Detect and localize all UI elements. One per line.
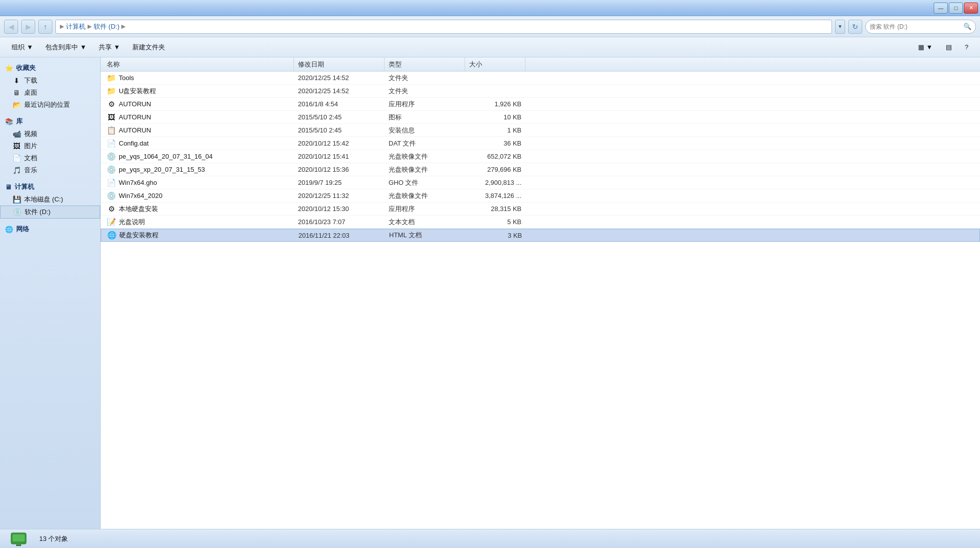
file-type-icon: 📋 — [107, 126, 116, 135]
table-row[interactable]: ⚙ AUTORUN 2016/1/8 4:54 应用程序 1,926 KB — [101, 98, 980, 111]
table-row[interactable]: ⚙ 本地硬盘安装 2020/10/12 15:30 应用程序 28,315 KB — [101, 202, 980, 216]
file-type-icon: 💿 — [107, 165, 116, 174]
file-date: 2015/5/10 2:45 — [294, 113, 385, 121]
file-name: 📁 Tools — [103, 74, 294, 83]
file-size: 3 KB — [466, 232, 526, 239]
table-row[interactable]: 📝 光盘说明 2016/10/23 7:07 文本文档 5 KB — [101, 216, 980, 229]
file-type-icon: 💿 — [107, 152, 116, 161]
help-icon: ? — [965, 43, 968, 51]
view-toggle-button[interactable]: ▦ ▼ — [913, 40, 938, 55]
preview-button[interactable]: ▤ — [940, 40, 957, 55]
back-button[interactable]: ◀ — [4, 20, 18, 34]
sidebar-header-favorites[interactable]: ⭐ 收藏夹 — [0, 61, 100, 75]
library-icon: 📚 — [5, 118, 13, 125]
status-icon — [8, 530, 29, 547]
include-library-arrow: ▼ — [80, 43, 87, 51]
table-row[interactable]: 🌐 硬盘安装教程 2016/11/21 22:03 HTML 文档 3 KB — [101, 229, 980, 242]
share-button[interactable]: 共享 ▼ — [93, 40, 126, 55]
maximize-button[interactable]: □ — [949, 3, 963, 14]
organize-button[interactable]: 组织 ▼ — [6, 40, 39, 55]
col-header-type[interactable]: 类型 — [385, 57, 465, 71]
music-label: 音乐 — [24, 166, 37, 175]
up-button[interactable]: ↑ — [38, 20, 52, 34]
breadcrumb-drive[interactable]: 软件 (D:) — [94, 22, 119, 31]
include-library-label: 包含到库中 — [45, 43, 78, 52]
table-row[interactable]: 💿 pe_yqs_xp_20_07_31_15_53 2020/10/12 15… — [101, 163, 980, 176]
address-bar: ◀ ▶ ↑ ▶ 计算机 ▶ 软件 (D:) ▶ ▼ ↻ 🔍 — [0, 16, 980, 37]
share-label: 共享 — [99, 43, 112, 52]
title-bar: — □ ✕ — [0, 0, 980, 16]
file-type: 图标 — [385, 113, 465, 122]
file-size: 5 KB — [465, 218, 525, 226]
table-row[interactable]: 📁 Tools 2020/12/25 14:52 文件夹 — [101, 72, 980, 85]
file-type: 应用程序 — [385, 100, 465, 109]
table-row[interactable]: 📄 Win7x64.gho 2019/9/7 19:25 GHO 文件 2,90… — [101, 176, 980, 189]
music-icon: 🎵 — [12, 166, 21, 175]
file-size: 652,072 KB — [465, 153, 525, 160]
view-icon: ▦ — [918, 43, 924, 51]
file-name: 💿 pe_yqs_1064_20_07_31_16_04 — [103, 152, 294, 161]
svg-rect-1 — [13, 534, 25, 541]
file-date: 2016/11/21 22:03 — [294, 232, 385, 239]
sidebar-item-pictures[interactable]: 🖼 图片 — [0, 140, 100, 152]
close-button[interactable]: ✕ — [964, 3, 978, 14]
sidebar-item-music[interactable]: 🎵 音乐 — [0, 164, 100, 176]
sidebar-item-drive-c[interactable]: 💾 本地磁盘 (C:) — [0, 193, 100, 206]
status-text: 13 个对象 — [39, 534, 68, 543]
col-name-label: 名称 — [107, 60, 120, 69]
col-header-size[interactable]: 大小 — [465, 57, 525, 71]
pictures-icon: 🖼 — [12, 142, 21, 151]
sidebar-item-downloads[interactable]: ⬇ 下载 — [0, 75, 100, 87]
table-row[interactable]: 💿 Win7x64_2020 2020/12/25 11:32 光盘映像文件 3… — [101, 189, 980, 202]
file-type-icon: 📄 — [107, 139, 116, 148]
table-row[interactable]: 📁 U盘安装教程 2020/12/25 14:52 文件夹 — [101, 85, 980, 98]
file-list-body: 📁 Tools 2020/12/25 14:52 文件夹 📁 U盘安装教程 20… — [101, 72, 980, 529]
table-row[interactable]: 💿 pe_yqs_1064_20_07_31_16_04 2020/10/12 … — [101, 150, 980, 163]
table-row[interactable]: 🖼 AUTORUN 2015/5/10 2:45 图标 10 KB — [101, 111, 980, 124]
file-name-text: 硬盘安装教程 — [119, 231, 159, 240]
sidebar-item-drive-d[interactable]: 💿 软件 (D:) — [0, 206, 100, 219]
minimize-button[interactable]: — — [934, 3, 948, 14]
file-type: 文件夹 — [385, 87, 465, 96]
file-name: 📄 Config.dat — [103, 139, 294, 148]
file-date: 2016/10/23 7:07 — [294, 218, 385, 226]
documents-label: 文档 — [24, 154, 37, 163]
file-name-text: 本地硬盘安装 — [119, 204, 158, 214]
breadcrumb-dropdown[interactable]: ▼ — [835, 20, 845, 34]
sidebar-header-computer[interactable]: 🖥 计算机 — [0, 180, 100, 193]
sidebar-header-network[interactable]: 🌐 网络 — [0, 223, 100, 236]
refresh-button[interactable]: ↻ — [848, 20, 862, 34]
file-name: 📝 光盘说明 — [103, 218, 294, 227]
sidebar-item-desktop[interactable]: 🖥 桌面 — [0, 87, 100, 99]
file-name-text: Win7x64_2020 — [119, 192, 163, 199]
view-arrow: ▼ — [926, 43, 933, 51]
search-input[interactable] — [870, 23, 961, 30]
forward-button[interactable]: ▶ — [21, 20, 35, 34]
svg-rect-2 — [16, 544, 21, 546]
table-row[interactable]: 📋 AUTORUN 2015/5/10 2:45 安装信息 1 KB — [101, 124, 980, 137]
new-folder-button[interactable]: 新建文件夹 — [127, 40, 171, 55]
file-list-header: 名称 修改日期 类型 大小 — [101, 57, 980, 72]
status-bar: 13 个对象 — [0, 529, 980, 548]
organize-label: 组织 — [12, 43, 25, 52]
help-button[interactable]: ? — [959, 40, 974, 55]
file-date: 2020/12/25 11:32 — [294, 192, 385, 199]
file-date: 2020/10/12 15:41 — [294, 153, 385, 160]
sidebar-item-recent[interactable]: 📂 最近访问的位置 — [0, 99, 100, 111]
col-header-name[interactable]: 名称 — [103, 57, 294, 71]
col-type-label: 类型 — [389, 60, 402, 69]
breadcrumb-sep-1: ▶ — [88, 23, 92, 30]
drive-d-icon: 💿 — [13, 208, 22, 217]
recent-icon: 📂 — [12, 100, 21, 109]
breadcrumb-computer[interactable]: 计算机 — [66, 22, 86, 31]
file-name: ⚙ AUTORUN — [103, 100, 294, 109]
sidebar-item-videos[interactable]: 📹 视频 — [0, 128, 100, 140]
sidebar-item-documents[interactable]: 📄 文档 — [0, 152, 100, 164]
favorites-icon: ⭐ — [5, 64, 13, 72]
col-header-date[interactable]: 修改日期 — [294, 57, 385, 71]
table-row[interactable]: 📄 Config.dat 2020/10/12 15:42 DAT 文件 36 … — [101, 137, 980, 150]
file-name: 💿 Win7x64_2020 — [103, 191, 294, 200]
sidebar-header-library[interactable]: 📚 库 — [0, 115, 100, 128]
file-date: 2016/1/8 4:54 — [294, 100, 385, 108]
include-library-button[interactable]: 包含到库中 ▼ — [40, 40, 92, 55]
